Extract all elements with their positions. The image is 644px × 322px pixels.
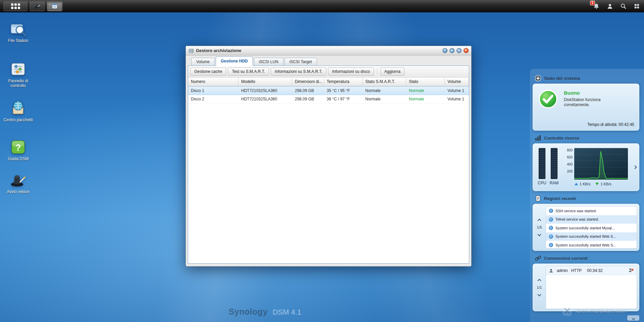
tab-iscsi-lun[interactable]: iSCSI LUN [254,58,283,66]
package-center-icon [10,100,26,116]
health-ok-icon [538,89,558,109]
info-icon: i [549,234,553,239]
recent-logs-icon [535,195,541,202]
search-button[interactable] [619,2,627,10]
logs-prev-button[interactable] [537,217,542,224]
pilot-view-icon [634,3,640,9]
taskbar-app-storage-manager[interactable] [47,1,62,11]
tab-volume[interactable]: Volume [191,58,215,66]
cell-modello: HDT721032SLA360 [238,95,292,103]
connection-user-icon [549,268,553,273]
notification-badge: 1 [590,1,595,5]
desktop-icon-file-station[interactable]: File Station [3,21,34,43]
cell-stato: Normale [406,87,445,95]
svg-text:?: ? [15,143,21,153]
column-header-modello[interactable]: Modello [238,78,292,86]
system-status-header[interactable]: Stato del sistema [535,75,639,82]
system-status-title: Stato del sistema [544,76,580,81]
recent-logs-widget: 1/5 i SSH service was started. i Telnet … [533,204,639,251]
cell-smart: Normale [363,95,406,103]
column-header-volume[interactable]: Volume [445,78,469,86]
log-entry: i Telnet service was started. [546,215,637,224]
connections-page-indicator: 1/1 [537,285,542,289]
resource-monitor-title: Controllo risorse [544,136,579,141]
connections-header[interactable]: Connessioni correnti [535,255,639,262]
close-button[interactable]: ✕ [464,48,469,53]
taskbar: 1 [0,0,644,12]
desktop-icon-dsm-help[interactable]: ? Guida DSM [3,139,34,161]
connection-protocol: HTTP [571,268,582,273]
window-titlebar[interactable]: Gestore archiviazione ? ✕ [186,46,471,55]
storage-window-icon [52,3,58,9]
site-watermark: xtremehardware.com [561,305,626,317]
column-header-dimensioni[interactable]: Dimensioni di... [292,78,324,86]
desktop-icon-control-panel[interactable]: Pannello di controllo [3,61,34,88]
cpu-meter [538,148,546,179]
chevron-up-icon [537,219,541,222]
log-list: i SSH service was started. i Telnet serv… [546,206,637,248]
pilot-view-button[interactable] [633,2,641,10]
hdd-panel: Gestione cache Test su S.M.A.R.T. Inform… [188,66,469,264]
info-icon: i [549,217,553,222]
connections-prev-button[interactable] [537,277,542,284]
column-header-stato[interactable]: Stato [406,78,445,86]
minimize-button[interactable] [449,48,454,53]
table-row-disco-1[interactable]: Disco 1 HDT721032SLA360 298.09 GB 35 °C … [188,86,469,95]
maximize-button[interactable] [457,48,462,53]
user-menu-button[interactable] [606,2,614,10]
storage-manager-window: Gestore archiviazione ? ✕ Volume Gestion… [185,46,472,267]
logs-next-button[interactable] [537,231,542,238]
dsm-help-icon: ? [10,139,26,155]
taskbar-app-quickstart[interactable] [30,1,45,11]
widget-panel: Stato del sistema Buono DiskStation funz… [530,69,644,322]
table-empty-area [188,104,469,263]
resource-monitor-widget: CPU RAM 800 600 400 200 1 KB/s 1 KB/s [533,143,639,191]
resource-monitor-header[interactable]: Controllo risorse [535,135,639,141]
table-row-disco-2[interactable]: Disco 2 HDT721032SLA360 298.09 GB 36 °C … [188,95,469,104]
site-watermark-text: xtremehardware.com [576,308,626,314]
disconnect-user-button[interactable] [628,268,634,274]
recent-logs-header[interactable]: Registri recenti [535,195,639,202]
column-header-temperatura[interactable]: Temperatura [324,78,363,86]
cache-management-button[interactable]: Gestione cache [190,67,226,76]
uptime: Tempo di attività: 00:42:45 [587,122,634,127]
desktop-icon-quick-start[interactable]: Avvio veloce [3,172,34,194]
storage-manager-icon [189,48,194,53]
uptime-value: 00:42:45 [619,122,634,127]
tabstrip: Volume Gestione HDD iSCSI LUN iSCSI Targ… [188,55,469,66]
connection-time: 00:34:32 [587,268,603,273]
desktop-icon-label: Pannello di controllo [3,79,34,88]
desktop-icon-package-center[interactable]: Centro pacchetti [3,100,34,122]
connections-pager: 1/1 [533,264,546,311]
main-menu-button[interactable] [3,1,28,11]
help-button[interactable]: ? [442,48,447,53]
column-header-smart[interactable]: Stato S.M.A.R.T. [363,78,406,86]
axis-tick: 200 [562,170,573,173]
desktop: 1 [0,0,644,322]
log-entry: i System successfully started Mysql... [546,224,637,232]
tab-gestione-hdd[interactable]: Gestione HDD [216,56,253,66]
download-rate: 1 KB/s [600,182,611,186]
cell-dimensioni: 298.09 GB [292,87,324,95]
connections-next-button[interactable] [537,291,542,298]
window-title: Gestore archiviazione [196,48,241,53]
logs-pager: 1/5 [533,204,546,250]
widget-panel-collapse-button[interactable] [627,315,639,321]
status-value: Buono [564,90,634,96]
network-axis: 800 600 400 200 [562,148,573,179]
resource-monitor-expand-button[interactable] [632,163,638,171]
cell-dimensioni: 298.09 GB [292,95,324,103]
smart-info-button[interactable]: Informazioni su S.M.A.R.T. [271,67,326,76]
cell-numero: Disco 1 [188,87,238,95]
notifications-button[interactable]: 1 [592,2,600,10]
smart-test-button[interactable]: Test su S.M.A.R.T. [228,67,269,76]
tab-iscsi-target[interactable]: iSCSI Target [284,58,317,66]
refresh-button[interactable]: Aggiorna [380,67,405,76]
cell-temperatura: 35 °C / 95 °F [324,87,363,95]
cpu-label: CPU [536,181,548,185]
window-body: Volume Gestione HDD iSCSI LUN iSCSI Targ… [188,55,469,264]
info-icon: i [549,226,553,230]
column-header-numero[interactable]: Numero [188,78,238,86]
disk-info-button[interactable]: Informazioni su disco [328,67,374,76]
uptime-label: Tempo di attività: [587,122,618,127]
